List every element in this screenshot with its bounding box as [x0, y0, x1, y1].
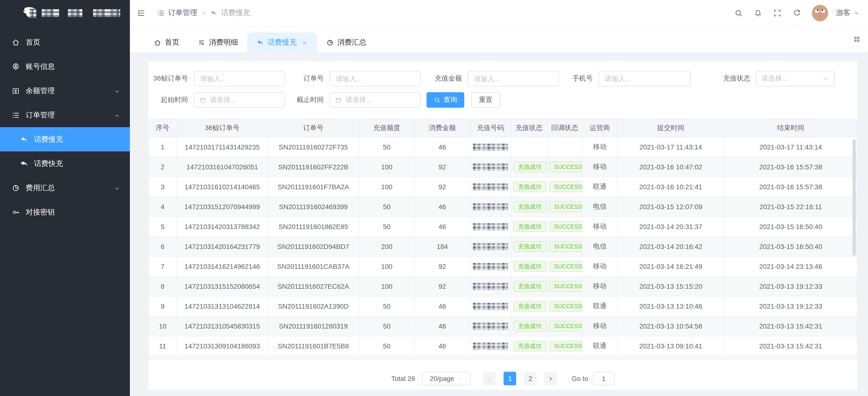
tab-首页[interactable]: 首页 [145, 32, 188, 52]
table-cell: 92 [414, 177, 470, 197]
table-cell-phone [470, 276, 511, 296]
sidebar-item-账号信息[interactable]: 账号信息 [0, 54, 130, 79]
filter-input-手机号[interactable] [598, 71, 691, 86]
phone-number-censored [473, 164, 508, 171]
table-cell: 2021-03-14 23:13:46 [724, 256, 857, 276]
filter-date-截止时间[interactable]: 请选择... [330, 92, 421, 108]
sidebar-item-订单管理[interactable]: 订单管理 [0, 103, 130, 127]
table-cell: 4 [149, 197, 177, 217]
filter-label: 起始时间 [148, 95, 194, 104]
table-cell: 2021-03-14 20:31:37 [617, 217, 724, 236]
table-cell: 联通 [582, 177, 617, 197]
table-cell: 14721031416214962146 [177, 256, 268, 276]
logo-text-censored [42, 9, 59, 17]
tab-grid-icon[interactable] [852, 35, 861, 44]
sidebar-menu: 首页账号信息余额管理订单管理话费慢充话费快充费用汇总对接密钥 [0, 26, 130, 224]
refresh-icon[interactable] [793, 8, 801, 17]
sidebar-item-话费慢充[interactable]: 话费慢充 [0, 127, 130, 151]
table-row: 514721031420313788342SN2011191601862E855… [149, 217, 857, 236]
table-row: 914721031313104622814SN2011191602A1390D5… [149, 296, 857, 316]
notifications-icon[interactable] [754, 8, 762, 17]
table-cell: 2021-03-13 09:10:41 [617, 336, 724, 356]
collapse-sidebar-icon[interactable] [137, 8, 145, 17]
breadcrumb-separator: > [202, 9, 206, 17]
table-cell-phone [470, 296, 511, 316]
table-cell: 14721031309104186093 [177, 336, 268, 356]
table-row: 1114721031309104186093SN2011191601B7E5B8… [149, 336, 857, 356]
sidebar-item-余额管理[interactable]: 余额管理 [0, 79, 130, 103]
callback-badge: SUCCESS [549, 341, 582, 351]
page-button-1[interactable]: 1 [504, 372, 517, 385]
filter-label: 充值状态 [691, 74, 756, 83]
orders-table: 序号36鲸订单号订单号充值额度消费金额充值号码充值状态回调状态运营商提交时间结束… [148, 119, 857, 360]
filter-select-充值状态[interactable]: 请选择... [756, 71, 835, 86]
next-page-button[interactable] [545, 372, 557, 385]
filter-input-订单号[interactable] [330, 71, 421, 86]
filter-label: 截止时间 [285, 95, 330, 104]
table-cell: 2021-03-15 12:07:09 [617, 197, 724, 217]
detail-icon [198, 38, 206, 46]
table-cell-callback-status: SUCCESS [547, 256, 582, 276]
table-cell: 14721031420313788342 [177, 217, 268, 236]
reply-icon [256, 38, 264, 46]
goto-page-input[interactable] [593, 372, 614, 385]
table-cell-recharge-status: 充值成功 [511, 236, 547, 256]
breadcrumb-label: 订单管理 [168, 8, 197, 18]
filter-date-起始时间[interactable]: 请选择... [194, 92, 285, 108]
date-placeholder: 请选择... [346, 95, 415, 104]
status-badge: 充值成功 [513, 261, 546, 272]
tab-消费明细[interactable]: 消费明细 [188, 32, 247, 52]
fullscreen-icon[interactable] [773, 8, 782, 17]
phone-number-censored [473, 184, 508, 191]
table-cell: 2021-03-14 16:21:49 [617, 256, 724, 276]
tab-label: 消费明细 [209, 38, 238, 47]
page-size-select[interactable]: 20/page [422, 372, 471, 385]
table-cell-recharge-status: 充值成功 [511, 177, 547, 197]
sidebar-item-对接密钥[interactable]: 对接密钥 [0, 200, 130, 224]
table-cell [149, 356, 857, 360]
table-cell: 3 [149, 177, 177, 197]
filter-input-36鲸订单号[interactable] [194, 71, 285, 86]
table-cell: 2021-03-15 22:16:11 [724, 197, 857, 217]
breadcrumb-item[interactable]: 订单管理 [157, 8, 197, 18]
column-header: 36鲸订单号 [177, 119, 268, 137]
table-cell: 2021-03-17 11:43:14 [617, 137, 724, 157]
reply-icon [210, 9, 218, 17]
chevron-down-icon [114, 185, 120, 191]
table-cell: 50 [359, 316, 414, 336]
table-cell-recharge-status: 充值成功 [511, 336, 547, 356]
filter-input-充值金额[interactable] [468, 71, 559, 86]
table-cell: SN2011191601F7BA2A [268, 177, 359, 197]
search-button[interactable]: 查询 [427, 92, 464, 108]
filter-label: 充值金额 [421, 74, 468, 83]
sidebar-item-首页[interactable]: 首页 [0, 30, 130, 54]
table-cell: 46 [414, 296, 470, 316]
logo[interactable] [0, 0, 130, 26]
tab-话费慢充[interactable]: 话费慢充 [247, 32, 317, 52]
page-button-2[interactable]: 2 [524, 372, 537, 385]
status-badge: 充值成功 [513, 241, 546, 252]
avatar[interactable] [812, 5, 828, 21]
table-cell: 50 [359, 197, 414, 217]
user-menu[interactable]: 游客 [836, 8, 859, 18]
tab-消费汇总[interactable]: 消费汇总 [317, 32, 376, 52]
table-cell: 联通 [582, 296, 617, 316]
close-icon [302, 39, 308, 46]
table-cell: SN201119160272F735 [268, 137, 359, 157]
table-cell: 10 [149, 316, 177, 336]
sidebar-item-费用汇总[interactable]: 费用汇总 [0, 176, 130, 200]
table-scrollbar[interactable] [852, 139, 856, 256]
phone-number-censored [473, 244, 508, 251]
table-cell-phone [470, 236, 511, 256]
sidebar-item-话费快充[interactable]: 话费快充 [0, 151, 130, 176]
search-icon[interactable] [734, 8, 743, 17]
table-cell: SN2011191602469399 [268, 197, 359, 217]
phone-number-censored [473, 144, 508, 151]
prev-page-button[interactable] [484, 372, 496, 385]
reset-button[interactable]: 重置 [471, 92, 500, 108]
breadcrumb: 订单管理>话费慢充 [157, 8, 250, 18]
table-cell: 2021-03-16 15:57:38 [724, 177, 857, 197]
status-badge: 充值成功 [513, 221, 546, 232]
status-badge: 充值成功 [513, 321, 546, 332]
table-cell: 移动 [582, 276, 617, 296]
